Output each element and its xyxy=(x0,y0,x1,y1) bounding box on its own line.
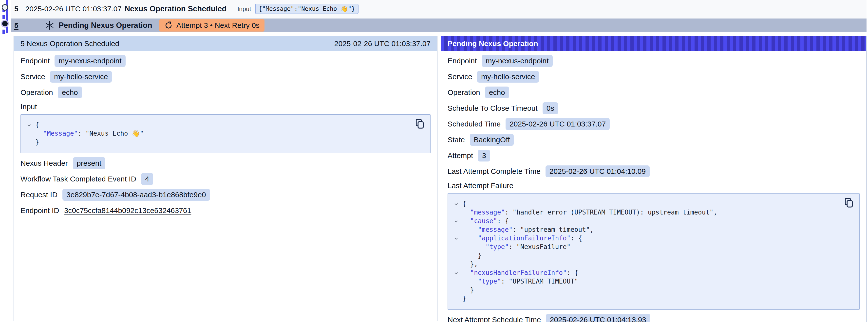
gutter xyxy=(450,208,462,217)
field-label: Operation xyxy=(21,88,53,97)
json-text: "nexusHandlerFailureInfo": { xyxy=(462,268,578,277)
fold-toggle[interactable] xyxy=(450,234,462,243)
field-value-badge: my-nexus-endpoint xyxy=(482,55,552,67)
gutter xyxy=(23,129,35,138)
field-label: Endpoint ID xyxy=(21,206,59,215)
field-row-nexus-header: Nexus Header present xyxy=(21,155,431,171)
retry-attempt-badge: Attempt 3 • Next Retry 0s xyxy=(159,19,265,32)
json-line: } xyxy=(23,138,410,147)
fold-toggle[interactable] xyxy=(450,217,462,225)
field-row-last-attempt-complete-time: Last Attempt Complete Time 2025-02-26 UT… xyxy=(447,163,860,179)
gutter xyxy=(450,294,462,303)
field-label: Scheduled Time xyxy=(447,120,501,128)
json-text: } xyxy=(35,138,39,147)
field-row-endpoint: Endpoint my-nexus-endpoint xyxy=(21,53,431,69)
gutter xyxy=(450,251,462,260)
scheduled-panel-timestamp: 2025-02-26 UTC 01:03:37.07 xyxy=(334,39,431,48)
pending-event-title: Pending Nexus Operation xyxy=(59,21,152,30)
field-label: Endpoint xyxy=(21,57,50,65)
field-label: Schedule To Close Timeout xyxy=(447,104,538,112)
gutter xyxy=(450,286,462,294)
field-label: Request ID xyxy=(21,191,58,199)
json-line: } xyxy=(450,286,839,294)
json-text: "type": "UPSTREAM_TIMEOUT" xyxy=(462,277,578,286)
field-label: Operation xyxy=(447,88,480,97)
field-row-attempt: Attempt 3 xyxy=(447,148,860,163)
fold-toggle[interactable] xyxy=(450,199,462,208)
field-row-service: Service my-hello-service xyxy=(447,69,860,85)
fold-toggle[interactable] xyxy=(23,121,35,129)
json-line: { xyxy=(450,199,839,208)
field-label: Endpoint xyxy=(447,57,477,65)
endpoint-id-link[interactable]: 3c0c75ccfa8144b092c13ce632463761 xyxy=(64,206,191,215)
json-text: { xyxy=(35,121,39,129)
event-id-link[interactable]: 5 xyxy=(14,5,19,13)
field-row-service: Service my-hello-service xyxy=(21,69,431,85)
event-history-rows: 5 2025-02-26 UTC 01:03:37.07 Nexus Opera… xyxy=(11,0,867,32)
gutter xyxy=(450,277,462,286)
event-title: Nexus Operation Scheduled xyxy=(125,4,226,13)
json-text: }, xyxy=(462,260,478,268)
event-row-pending-nexus-operation[interactable]: 5 Pending Nexus Operation Attempt 3 • Ne… xyxy=(11,19,867,32)
json-line: } xyxy=(450,251,839,260)
json-line: }, xyxy=(450,260,839,268)
scheduled-panel-title: 5 Nexus Operation Scheduled xyxy=(21,39,119,48)
field-row-next-attempt-schedule-time: Next Attempt Schedule Time 2025-02-26 UT… xyxy=(447,312,860,322)
field-value-badge: my-hello-service xyxy=(50,71,112,83)
json-line: { xyxy=(23,121,410,129)
scheduled-panel-header: 5 Nexus Operation Scheduled 2025-02-26 U… xyxy=(14,36,437,51)
field-value-badge: BackingOff xyxy=(470,134,514,146)
json-line: "type": "NexusFailure" xyxy=(450,243,839,251)
timeline-open-marker-icon xyxy=(2,4,8,10)
json-text: { xyxy=(462,199,466,208)
json-line: "message": "upstream timeout", xyxy=(450,225,839,234)
json-line: "message": "handler error (UPSTREAM_TIME… xyxy=(450,208,839,217)
json-line: "cause": { xyxy=(450,217,839,225)
timeline-current-marker-icon xyxy=(2,21,8,26)
retry-badge-text: Attempt 3 • Next Retry 0s xyxy=(177,21,259,30)
field-label: Next Attempt Schedule Time xyxy=(447,316,541,322)
field-label: Service xyxy=(21,72,45,81)
pending-panel-header: Pending Nexus Operation xyxy=(441,36,866,51)
copy-icon[interactable] xyxy=(844,197,854,209)
gutter xyxy=(450,243,462,251)
json-text: } xyxy=(462,286,474,294)
field-label: Attempt xyxy=(447,151,473,160)
json-line: "applicationFailureInfo": { xyxy=(450,234,839,243)
last-attempt-failure-label: Last Attempt Failure xyxy=(447,179,860,192)
field-value-badge: 4 xyxy=(141,173,153,185)
input-label: Input xyxy=(237,5,251,12)
field-row-workflow-task-completed-event-id: Workflow Task Completed Event ID 4 xyxy=(21,171,431,187)
field-value-badge: echo xyxy=(58,87,82,98)
field-value-badge: present xyxy=(73,157,105,169)
field-row-state: State BackingOff xyxy=(447,132,860,148)
gutter xyxy=(23,138,35,147)
json-line: } xyxy=(450,294,839,303)
pending-asterisk-icon xyxy=(45,21,54,30)
fold-toggle[interactable] xyxy=(450,268,462,277)
copy-icon[interactable] xyxy=(415,119,425,130)
json-line: "Message": "Nexus Echo 👋" xyxy=(23,129,410,138)
json-text: "message": "handler error (UPSTREAM_TIME… xyxy=(462,208,717,217)
event-row-nexus-operation-scheduled[interactable]: 5 2025-02-26 UTC 01:03:37.07 Nexus Opera… xyxy=(11,0,867,18)
json-text: "applicationFailureInfo": { xyxy=(462,234,582,243)
field-row-endpoint: Endpoint my-nexus-endpoint xyxy=(447,53,860,69)
pending-panel-title: Pending Nexus Operation xyxy=(447,39,538,48)
field-row-endpoint-id: Endpoint ID 3c0c75ccfa8144b092c13ce63246… xyxy=(21,203,431,219)
field-value-badge: echo xyxy=(485,87,509,98)
event-timestamp: 2025-02-26 UTC 01:03:37.07 xyxy=(25,5,125,13)
field-label: Last Attempt Complete Time xyxy=(447,167,540,175)
field-row-scheduled-time: Scheduled Time 2025-02-26 UTC 01:03:37.0… xyxy=(447,116,860,132)
collapse-chevron-icon xyxy=(454,219,459,224)
field-label: Service xyxy=(447,72,472,81)
field-value-badge: 0s xyxy=(542,102,558,114)
failure-json-viewer: { "message": "handler error (UPSTREAM_TI… xyxy=(447,193,860,310)
timeline-dashed-connector xyxy=(2,7,5,34)
field-row-operation: Operation echo xyxy=(447,85,860,100)
field-value-badge: 2025-02-26 UTC 01:04:10.09 xyxy=(546,165,650,177)
json-text: } xyxy=(462,251,482,260)
field-value-badge: 3 xyxy=(478,150,490,161)
event-id-link[interactable]: 5 xyxy=(14,21,19,30)
json-text: "type": "NexusFailure" xyxy=(462,243,570,251)
field-value-badge: 2025-02-26 UTC 01:03:37.07 xyxy=(505,118,610,130)
